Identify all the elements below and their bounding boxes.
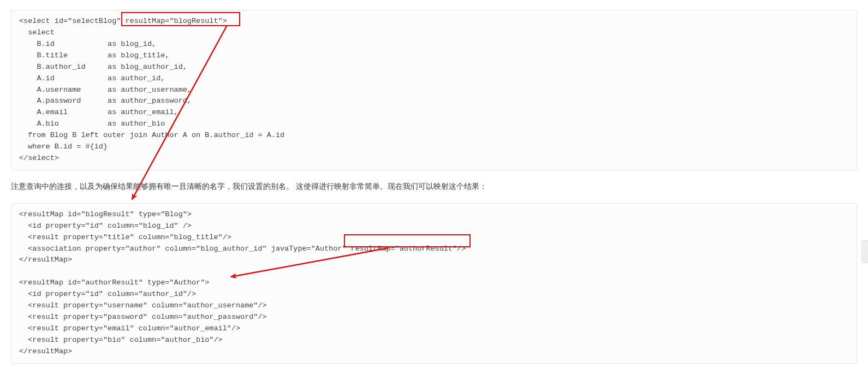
description-paragraph: 注意查询中的连接，以及为确保结果能够拥有唯一且清晰的名字，我们设置的别名。 这使… (11, 180, 857, 193)
code-block-select: <select id="selectBlog" resultMap="blogR… (11, 10, 857, 170)
side-tab-handle[interactable] (861, 240, 868, 263)
code-block-resultmap: <resultMap id="blogResult" type="Blog"> … (11, 203, 857, 364)
